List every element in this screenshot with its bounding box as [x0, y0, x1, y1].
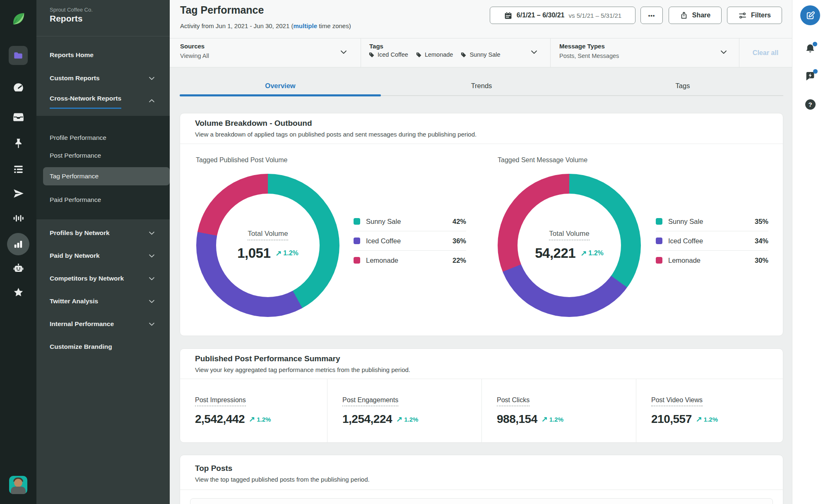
help-button[interactable]: ?	[792, 99, 828, 110]
multiple-timezones-link[interactable]: multiple	[293, 22, 317, 29]
tag-chip: Iced Coffee	[368, 51, 408, 58]
sidebar-item-post-performance[interactable]: Post Performance	[50, 149, 156, 162]
chevron-up-icon	[149, 99, 155, 103]
sidebar-item-paid-performance[interactable]: Paid Performance	[50, 194, 156, 206]
sidebar-item-dashboard[interactable]	[0, 82, 36, 94]
metric-value: 210,557	[651, 413, 692, 426]
help-icon: ?	[805, 99, 816, 110]
sidebar-item-paid-by-network[interactable]: Paid by Network	[50, 250, 156, 262]
top-posts-subtitle: View the top tagged published posts from…	[195, 476, 768, 483]
app-window: Sprout Coffee Co. Reports Reports Home C…	[0, 0, 828, 504]
tag-icon	[460, 52, 467, 58]
sent-message-legend: Sunny Sale 35% Iced Coffee 34% Lemonade …	[656, 212, 768, 270]
report-tabs: Overview Trends Tags	[180, 77, 783, 96]
tag-chip-label: Iced Coffee	[378, 51, 408, 58]
metric-label[interactable]: Post Engagements	[342, 396, 398, 406]
tag-chip-label: Lemonade	[425, 51, 453, 58]
total-volume-label[interactable]: Total Volume	[549, 230, 589, 240]
share-button[interactable]: Share	[669, 7, 722, 24]
legend-row: Sunny Sale 35%	[656, 212, 768, 231]
published-post-donut-chart[interactable]: Total Volume 1,051 ↗1.2%	[196, 174, 339, 317]
metric-post-clicks: Post Clicks 988,154 ↗1.2%	[481, 379, 636, 443]
sidebar-item-custom-reports[interactable]: Custom Reports	[50, 72, 156, 84]
sidebar-item-cross-network-reports[interactable]: Cross-Network Reports	[50, 94, 156, 107]
summary-card-header: Published Post Performance Summary View …	[180, 349, 783, 379]
delta-value: 1.2%	[404, 416, 418, 423]
compose-button[interactable]	[792, 5, 828, 25]
list-icon	[13, 164, 24, 175]
tab-tags[interactable]: Tags	[582, 77, 783, 94]
sidebar-item-customize-branding[interactable]: Customize Branding	[50, 341, 156, 353]
whats-new-button[interactable]	[792, 70, 828, 82]
sidebar-item-feeds[interactable]	[0, 164, 36, 175]
published-post-legend: Sunny Sale 42% Iced Coffee 36% Lemonade …	[354, 212, 466, 270]
chevron-down-icon	[149, 277, 155, 281]
tab-trends[interactable]: Trends	[381, 77, 582, 94]
sidebar-item-internal-performance[interactable]: Internal Performance	[50, 318, 156, 330]
legend-label: Sunny Sale	[668, 218, 703, 226]
metric-post-video-views: Post Video Views 210,557 ↗1.2%	[636, 379, 783, 443]
legend-label: Sunny Sale	[366, 218, 401, 226]
sidebar-item-label: Twitter Analysis	[50, 295, 149, 307]
sidebar-item-profiles-by-network[interactable]: Profiles by Network	[50, 227, 156, 239]
more-options-button[interactable]: •••	[640, 7, 663, 24]
sidebar-item-inbox[interactable]	[0, 111, 36, 122]
sidebar-item-profile-performance[interactable]: Profile Performance	[50, 132, 156, 144]
subtitle-text: time zones)	[317, 22, 351, 29]
sidebar-item-tag-performance-selected[interactable]: Tag Performance	[43, 167, 170, 185]
legend-swatch-pink	[656, 257, 662, 264]
sidebar-item-publishing[interactable]	[0, 138, 36, 149]
trend-up-icon: ↗	[275, 249, 282, 258]
metric-label[interactable]: Post Impressions	[195, 396, 246, 406]
tag-chip: Sunny Sale	[460, 51, 500, 58]
sidebar-item-listening[interactable]	[0, 213, 36, 224]
sidebar-item-reports-home[interactable]: Reports Home	[50, 49, 156, 61]
top-posts-title: Top Posts	[195, 464, 768, 473]
notifications-button[interactable]	[792, 43, 828, 55]
tag-icon	[368, 52, 375, 58]
trend-up-icon: ↗	[249, 415, 255, 424]
sidebar-item-competitors-by-network[interactable]: Competitors by Network	[50, 272, 156, 285]
avatar-head	[14, 479, 22, 487]
metric-label[interactable]: Post Clicks	[497, 396, 530, 406]
chevron-down-icon	[149, 300, 155, 303]
legend-percent: 30%	[755, 257, 768, 264]
subtitle-text: Activity from Jun 1, 2021 - Jun 30, 2021…	[180, 22, 293, 29]
metric-delta: ↗1.2%	[249, 415, 271, 424]
sidebar-item-twitter-analysis[interactable]: Twitter Analysis	[50, 295, 156, 307]
filter-divider	[550, 38, 551, 67]
legend-swatch-pink	[354, 257, 360, 264]
user-avatar[interactable]	[0, 476, 36, 494]
sidebar-item-folders[interactable]	[0, 46, 36, 65]
tab-overview[interactable]: Overview	[180, 77, 381, 94]
gauge-icon	[13, 82, 24, 94]
waveform-icon	[13, 213, 24, 224]
total-volume-value: 1,051	[237, 245, 270, 261]
sidebar-item-messages[interactable]	[0, 188, 36, 199]
avatar-body	[11, 487, 26, 494]
sent-message-donut-chart[interactable]: Total Volume 54,221 ↗1.2%	[498, 174, 641, 317]
sidebar-item-label: Reports Home	[50, 49, 156, 61]
filters-icon	[738, 11, 747, 20]
clear-all-button[interactable]: Clear all	[739, 38, 792, 67]
trend-up-icon: ↗	[542, 415, 548, 424]
share-icon	[680, 11, 688, 19]
active-tab-indicator	[180, 94, 381, 96]
sidebar-item-automation[interactable]	[0, 263, 36, 274]
legend-row: Iced Coffee 34%	[656, 231, 768, 250]
filters-button[interactable]: Filters	[727, 7, 782, 24]
sidebar-item-reports[interactable]	[0, 233, 36, 255]
compose-circle	[800, 5, 820, 25]
top-posts-card: Top Posts View the top tagged published …	[180, 455, 783, 504]
total-volume-label[interactable]: Total Volume	[248, 230, 288, 240]
volume-card-header: Volume Breakdown - Outbound View a break…	[180, 113, 783, 144]
sprout-logo-icon[interactable]	[0, 11, 36, 27]
legend-label: Iced Coffee	[668, 237, 703, 245]
date-range-button[interactable]: 6/1/21 – 6/30/21 vs 5/1/21 – 5/31/21	[490, 7, 635, 24]
sidebar-item-influencers[interactable]	[0, 287, 36, 298]
metric-label[interactable]: Post Video Views	[651, 396, 703, 406]
metric-delta: ↗1.2%	[542, 415, 563, 424]
sources-filter-label: Sources	[180, 43, 205, 50]
filter-divider	[361, 38, 361, 67]
top-posts-list-placeholder	[190, 498, 773, 504]
